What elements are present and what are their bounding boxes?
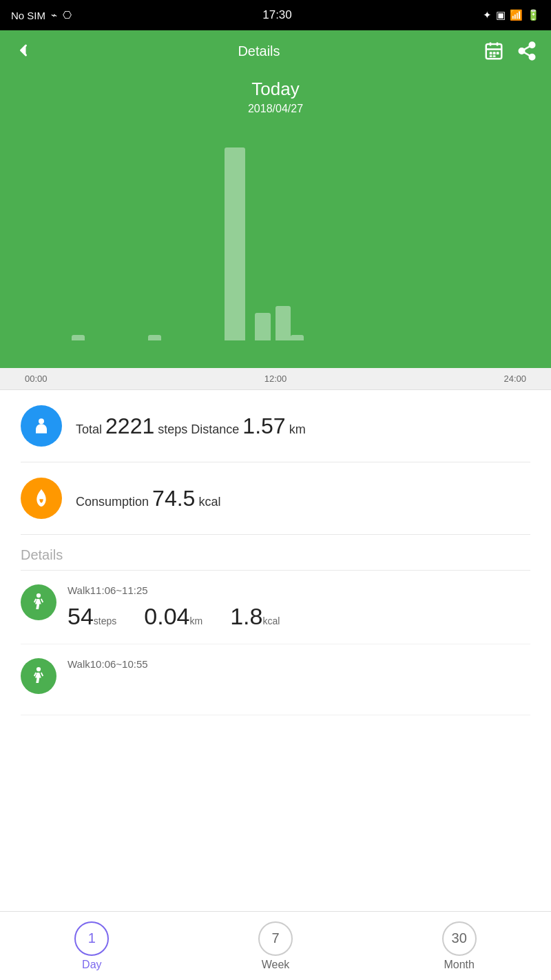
nav-label-week: Week	[262, 959, 290, 971]
details-header: Details	[21, 535, 530, 571]
svg-line-13	[524, 46, 530, 50]
calories-label: Consumption	[76, 495, 149, 509]
wifi-icon: 📶	[510, 9, 523, 21]
header-title: Details	[238, 43, 280, 59]
distance-value: 1.57	[242, 414, 285, 438]
calories-text: Consumption 74.5 kcal	[76, 486, 220, 511]
status-time: 17:30	[262, 8, 292, 22]
usb2-icon: ⎔	[63, 9, 72, 21]
detail-time-1: Walk11:06~11:25	[67, 584, 530, 596]
detail-content-2: Walk10:06~10:55	[67, 658, 530, 677]
chart-bar-0	[72, 335, 85, 340]
calories-icon	[21, 478, 62, 519]
time-axis: 00:00 12:00 24:00	[0, 368, 551, 390]
usb-icon: ⌁	[51, 9, 57, 21]
status-right: ✦ ▣ 📶 🔋	[483, 9, 540, 21]
carrier-text: No SIM	[11, 10, 45, 21]
stats-section: Total 2221 steps Distance 1.57 km Consum…	[0, 390, 551, 535]
detail-item-2: Walk10:06~10:55	[21, 644, 530, 715]
svg-rect-5	[493, 52, 496, 54]
nav-item-day[interactable]: 1 Day	[74, 921, 109, 971]
detail-calories-1: 1.8kcal	[230, 603, 280, 630]
walk-icon-2	[21, 658, 56, 694]
detail-time-2: Walk10:06~10:55	[67, 658, 530, 670]
header-left	[14, 41, 34, 61]
header-right	[484, 41, 537, 61]
chart-bar-1	[148, 335, 161, 340]
time-start: 00:00	[25, 374, 48, 384]
bluetooth-icon: ✦	[483, 9, 492, 21]
svg-line-12	[524, 52, 530, 56]
svg-rect-6	[497, 52, 499, 54]
nav-item-week[interactable]: 7 Week	[258, 921, 293, 971]
calories-row: Consumption 74.5 kcal	[21, 462, 530, 535]
steps-label: Total	[76, 422, 102, 436]
calendar-button[interactable]	[484, 41, 504, 61]
distance-unit: km	[289, 422, 306, 436]
battery-icon: 🔋	[527, 9, 540, 21]
chart-bar-5	[291, 335, 304, 340]
bottom-nav: 1 Day 7 Week 30 Month	[0, 911, 551, 980]
nav-circle-week: 7	[258, 921, 293, 956]
detail-distance-1: 0.04km	[144, 603, 202, 630]
chart-area: Today 2018/04/27	[0, 72, 551, 368]
detail-content-1: Walk11:06~11:25 54steps 0.04km 1.8kcal	[67, 584, 530, 630]
detail-metrics-1: 54steps 0.04km 1.8kcal	[67, 603, 530, 630]
nav-circle-day: 1	[74, 921, 109, 956]
detail-item-1: Walk11:06~11:25 54steps 0.04km 1.8kcal	[21, 571, 530, 644]
svg-rect-7	[490, 55, 492, 57]
time-mid: 12:00	[264, 374, 287, 384]
chart-period: Today	[251, 79, 299, 100]
chart-bar-2	[225, 147, 245, 340]
svg-rect-4	[490, 52, 492, 54]
header: Details	[0, 30, 551, 72]
calories-unit: kcal	[198, 495, 220, 509]
svg-point-16	[37, 667, 41, 671]
distance-label: Distance	[191, 422, 239, 436]
back-button[interactable]	[14, 41, 34, 61]
steps-row: Total 2221 steps Distance 1.57 km	[21, 390, 530, 462]
steps-text: Total 2221 steps Distance 1.57 km	[76, 414, 306, 439]
steps-icon	[21, 405, 62, 447]
vibrate-icon: ▣	[496, 9, 506, 21]
chart-bar-4	[276, 306, 291, 340]
time-end: 24:00	[503, 374, 526, 384]
steps-unit: steps	[158, 422, 187, 436]
bars-container	[21, 115, 530, 354]
nav-label-day: Day	[82, 959, 101, 971]
calories-value: 74.5	[152, 486, 195, 511]
nav-item-month[interactable]: 30 Month	[442, 921, 477, 971]
status-left: No SIM ⌁ ⎔	[11, 9, 72, 21]
svg-point-14	[39, 418, 44, 424]
steps-value: 2221	[105, 414, 154, 438]
svg-point-15	[37, 593, 41, 598]
detail-steps-1: 54steps	[67, 603, 116, 630]
nav-label-month: Month	[444, 959, 474, 971]
chart-date: 2018/04/27	[248, 103, 303, 115]
chart-bar-3	[255, 313, 270, 340]
share-button[interactable]	[517, 41, 537, 61]
walk-icon-1	[21, 584, 56, 620]
details-section: Details Walk11:06~11:25 54steps	[0, 535, 551, 715]
chart-graph	[0, 115, 551, 368]
nav-circle-month: 30	[442, 921, 477, 956]
svg-rect-8	[493, 55, 496, 57]
status-bar: No SIM ⌁ ⎔ 17:30 ✦ ▣ 📶 🔋	[0, 0, 551, 30]
